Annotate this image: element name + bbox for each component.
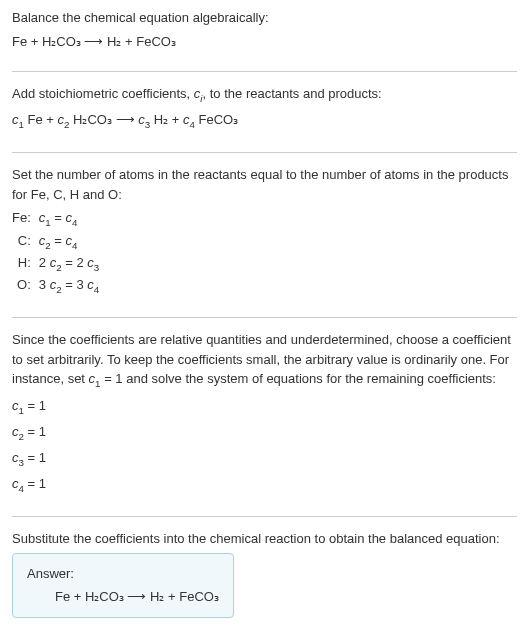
element-label: O: [12, 275, 39, 297]
atom-balance-text: Set the number of atoms in the reactants… [12, 165, 517, 204]
stoich-text: Add stoichiometric coefficients, ci, to … [12, 84, 517, 106]
solution-line: c3 = 1 [12, 448, 517, 470]
coef-sub: 3 [94, 261, 99, 272]
solution-line: c4 = 1 [12, 474, 517, 496]
atom-equations-table: Fe: c1 = c4 C: c2 = c4 H: 2 c2 = 2 c3 O:… [12, 208, 99, 297]
equation-with-coefficients: c1 Fe + c2 H₂CO₃ ⟶ c3 H₂ + c4 FeCO₃ [12, 110, 517, 132]
answer-box: Answer: Fe + H₂CO₃ ⟶ H₂ + FeCO₃ [12, 553, 234, 618]
element-equation: c2 = c4 [39, 231, 99, 253]
element-equation: 2 c2 = 2 c3 [39, 253, 99, 275]
solve-text: Since the coefficients are relative quan… [12, 330, 517, 391]
element-label: H: [12, 253, 39, 275]
answer-label: Answer: [27, 564, 219, 584]
eq-pre: 3 [39, 277, 50, 292]
eq-val: = 1 [24, 476, 46, 491]
table-row: O: 3 c2 = 3 c4 [12, 275, 99, 297]
text-part: Add stoichiometric coefficients, [12, 86, 194, 101]
text-part: , to the reactants and products: [203, 86, 382, 101]
solution-line: c2 = 1 [12, 422, 517, 444]
divider [12, 71, 517, 72]
answer-equation: Fe + H₂CO₃ ⟶ H₂ + FeCO₃ [27, 587, 219, 607]
divider [12, 152, 517, 153]
term: H₂CO₃ ⟶ [69, 112, 138, 127]
divider [12, 516, 517, 517]
eq-mid: = [51, 210, 66, 225]
eq-pre: 2 [39, 255, 50, 270]
table-row: C: c2 = c4 [12, 231, 99, 253]
section-balance: Balance the chemical equation algebraica… [12, 8, 517, 51]
eq-val: = 1 [24, 450, 46, 465]
element-label: C: [12, 231, 39, 253]
eq-val: = 1 [24, 424, 46, 439]
term: Fe + [24, 112, 58, 127]
eq-mid: = 3 [62, 277, 88, 292]
substitute-text: Substitute the coefficients into the che… [12, 529, 517, 549]
term: FeCO₃ [195, 112, 238, 127]
section-solve: Since the coefficients are relative quan… [12, 330, 517, 496]
section-stoichiometric: Add stoichiometric coefficients, ci, to … [12, 84, 517, 132]
eq-val: = 1 [24, 398, 46, 413]
equation-original: Fe + H₂CO₃ ⟶ H₂ + FeCO₃ [12, 32, 517, 52]
coef-sub: 4 [72, 217, 77, 228]
text-part: = 1 and solve the system of equations fo… [101, 371, 496, 386]
term: H₂ + [150, 112, 183, 127]
section-atom-balance: Set the number of atoms in the reactants… [12, 165, 517, 297]
eq-mid: = [51, 233, 66, 248]
element-equation: 3 c2 = 3 c4 [39, 275, 99, 297]
coef-sub: 4 [72, 239, 77, 250]
table-row: H: 2 c2 = 2 c3 [12, 253, 99, 275]
solution-line: c1 = 1 [12, 396, 517, 418]
element-label: Fe: [12, 208, 39, 230]
section-substitute: Substitute the coefficients into the che… [12, 529, 517, 618]
coef-sub: 4 [94, 284, 99, 295]
title-text: Balance the chemical equation algebraica… [12, 8, 517, 28]
divider [12, 317, 517, 318]
element-equation: c1 = c4 [39, 208, 99, 230]
table-row: Fe: c1 = c4 [12, 208, 99, 230]
eq-mid: = 2 [62, 255, 88, 270]
